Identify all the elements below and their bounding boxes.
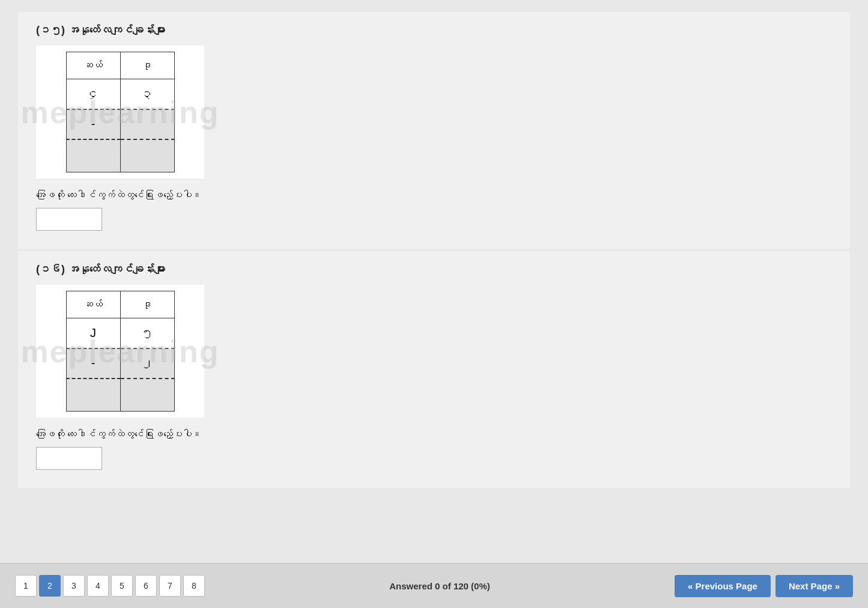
prev-page-button[interactable]: « Previous Page	[675, 575, 771, 597]
myanmar-table-15: ဆယ် ဒု ၄ ၃ -	[66, 52, 175, 172]
table-container-16: meplearning ဆယ် ဒု J ၅ - ၂	[36, 285, 204, 418]
table-header-row-16: ဆယ် ဒု	[66, 291, 174, 318]
table-dashed-row-15: -	[66, 109, 174, 139]
cell-dash-col1-16: -	[66, 348, 120, 378]
cell-row1-col1-16: J	[66, 318, 120, 348]
bottom-bar: 1 2 3 4 5 6 7 8 Answered 0 of 120 (0%) «…	[0, 563, 868, 608]
page-btn-4[interactable]: 4	[87, 575, 109, 597]
page-btn-7[interactable]: 7	[159, 575, 181, 597]
cell-dash-col2-16: ၂	[120, 348, 174, 378]
page-btn-5[interactable]: 5	[111, 575, 133, 597]
answer-input-15[interactable]	[36, 208, 102, 231]
myanmar-table-16: ဆယ် ဒု J ၅ - ၂	[66, 291, 175, 412]
page-btn-6[interactable]: 6	[135, 575, 157, 597]
progress-text: Answered 0 of 120 (0%)	[389, 581, 490, 591]
header-cell-du-16: ဒု	[120, 291, 174, 318]
pagination: 1 2 3 4 5 6 7 8	[15, 575, 205, 597]
table-header-row-15: ဆယ် ဒု	[66, 52, 174, 79]
table-row1-16: J ၅	[66, 318, 174, 348]
table-empty-row-16	[66, 378, 174, 412]
cell-empty-col1-16	[66, 378, 120, 412]
cell-dash-col1-15: -	[66, 109, 120, 139]
cell-row1-col1-15: ၄	[66, 79, 120, 109]
table-dashed-row-16: - ၂	[66, 348, 174, 378]
question-section-15: (၁၅) အနုတ်လေကျင်ချန်းများ meplearning ဆယ…	[18, 12, 850, 249]
instruction-15: အဖြေကို လေးဒေါင်ကွက်ထဲတွင်ရေးဖြည့်ပေးပါ။	[36, 190, 832, 201]
page-btn-3[interactable]: 3	[63, 575, 85, 597]
instruction-16: အဖြေကို လေးဒေါင်ကွက်ထဲတွင်ရေးဖြည့်ပေးပါ။	[36, 429, 832, 440]
cell-empty-col2-15	[120, 139, 174, 172]
table-row1-15: ၄ ၃	[66, 79, 174, 109]
main-content: (၁၅) အနုတ်လေကျင်ချန်းများ meplearning ဆယ…	[0, 0, 868, 563]
header-cell-du-15: ဒု	[120, 52, 174, 79]
next-page-button[interactable]: Next Page »	[775, 575, 853, 597]
cell-dash-col2-15	[120, 109, 174, 139]
answer-input-16[interactable]	[36, 447, 102, 470]
page-btn-1[interactable]: 1	[15, 575, 37, 597]
question-title-15: (၁၅) အနုတ်လေကျင်ချန်းများ	[36, 24, 832, 37]
cell-row1-col2-16: ၅	[120, 318, 174, 348]
header-cell-say-16: ဆယ်	[66, 291, 120, 318]
cell-empty-col1-15	[66, 139, 120, 172]
question-title-16: (၁၆) အနုတ်လေကျင်ချန်းများ	[36, 263, 832, 276]
header-cell-say-15: ဆယ်	[66, 52, 120, 79]
nav-buttons: « Previous Page Next Page »	[675, 575, 853, 597]
cell-empty-col2-16	[120, 378, 174, 412]
question-section-16: (၁၆) အနုတ်လေကျင်ချန်းများ meplearning ဆယ…	[18, 251, 850, 488]
table-container-15: meplearning ဆယ် ဒု ၄ ၃ -	[36, 46, 204, 178]
page-btn-8[interactable]: 8	[183, 575, 205, 597]
table-empty-row-15	[66, 139, 174, 172]
cell-row1-col2-15: ၃	[120, 79, 174, 109]
page-btn-2[interactable]: 2	[39, 575, 61, 597]
